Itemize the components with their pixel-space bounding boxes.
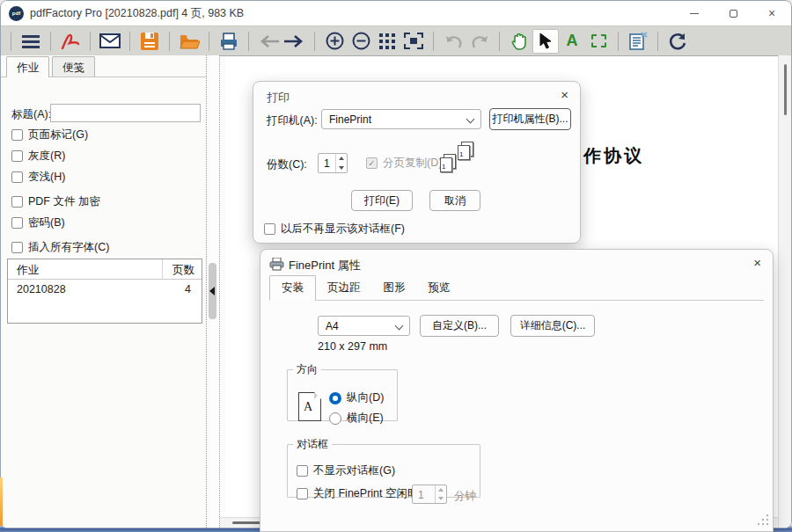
- radio-selected-icon: [329, 392, 341, 404]
- title-field-label: 标题(A):: [11, 107, 51, 122]
- collate-page-front: 1: [440, 157, 452, 172]
- down-arrow-icon: [339, 166, 344, 170]
- down-arrow-icon: [438, 497, 444, 500]
- toolbar-separator: [50, 32, 51, 51]
- hand-tool-button[interactable]: [506, 29, 532, 54]
- column-header-pages[interactable]: 页数: [172, 263, 194, 278]
- portrait-radio[interactable]: 纵向(D): [329, 390, 384, 405]
- checkbox-pdf-encrypt[interactable]: PDF 文件 加密: [11, 194, 100, 209]
- checkbox-icon: [297, 488, 308, 499]
- checkbox-icon: [11, 242, 23, 253]
- zoom-out-button[interactable]: [348, 29, 374, 54]
- checkbox-page-marks[interactable]: 页面标记(G): [11, 128, 88, 142]
- redo-icon: [471, 34, 489, 48]
- checkbox-label: PDF 文件 加密: [28, 194, 100, 209]
- tab-setup[interactable]: 安装: [269, 275, 316, 301]
- vertical-scrollbar[interactable]: [778, 55, 791, 528]
- save-button[interactable]: [136, 29, 163, 54]
- print-button-toolbar[interactable]: [216, 29, 242, 54]
- suppress-dialog-checkbox[interactable]: 以后不再显示该对话框(F): [264, 222, 405, 237]
- toolbar-separator: [618, 32, 619, 51]
- tab-preview[interactable]: 预览: [417, 276, 462, 300]
- job-list-header: 作业 页数: [8, 259, 202, 280]
- resize-grip[interactable]: [758, 514, 768, 525]
- cancel-button[interactable]: 取消: [429, 190, 480, 211]
- maximize-button[interactable]: [714, 1, 752, 26]
- minimize-button[interactable]: [675, 1, 714, 26]
- zoom-in-button[interactable]: [321, 29, 348, 54]
- notes-button[interactable]: [625, 29, 651, 54]
- stepper-buttons: [435, 485, 446, 503]
- checkbox-icon: [297, 465, 308, 477]
- open-button[interactable]: [176, 29, 202, 54]
- checkbox-label: 插入所有字体(C): [28, 240, 109, 255]
- job-list-row[interactable]: 20210828 4: [8, 280, 202, 299]
- toolbar-separator: [657, 32, 658, 51]
- checkbox-password[interactable]: 密码(B): [11, 215, 65, 230]
- stepper-down-button: [436, 494, 446, 503]
- vertical-scrollbar-thumb[interactable]: [784, 64, 787, 115]
- paper-size-select[interactable]: A4: [318, 316, 410, 336]
- undo-button[interactable]: [440, 29, 466, 54]
- thumbnails-button[interactable]: [374, 29, 400, 54]
- orientation-group-label: 方向: [293, 362, 321, 377]
- open-folder-icon: [180, 33, 200, 49]
- column-divider: [162, 259, 163, 280]
- printer-select[interactable]: FinePrint: [321, 109, 481, 129]
- checkbox-label: 变浅(H): [28, 170, 65, 185]
- custom-paper-button[interactable]: 自定义(B)...: [420, 315, 499, 337]
- close-icon: ×: [768, 7, 775, 19]
- toolbar-separator: [314, 32, 315, 51]
- select-region-button[interactable]: [585, 29, 612, 54]
- tab-notes[interactable]: 便笺: [52, 56, 95, 77]
- fit-page-button[interactable]: [400, 29, 427, 54]
- landscape-label: 横向(E): [347, 411, 384, 426]
- tab-jobs[interactable]: 作业: [6, 56, 49, 77]
- splitter-handle[interactable]: [209, 263, 216, 319]
- select-tool-button[interactable]: [532, 29, 559, 54]
- fineprint-properties-dialog: FinePrint 属性 × 安装 页边距 图形 预览 A4 自定义(B)...…: [260, 249, 774, 532]
- tab-graphics[interactable]: 图形: [372, 276, 417, 300]
- copies-value: 1: [324, 157, 330, 170]
- stepper-down-button[interactable]: [336, 164, 347, 173]
- text-tool-button[interactable]: A: [559, 29, 585, 54]
- back-button[interactable]: [255, 29, 282, 54]
- zoom-out-icon: [352, 32, 370, 50]
- tab-margins[interactable]: 页边距: [316, 276, 372, 300]
- print-confirm-button[interactable]: 打印(E): [351, 190, 413, 211]
- acrobat-button[interactable]: [57, 29, 84, 54]
- checkbox-lighten[interactable]: 变浅(H): [11, 170, 65, 185]
- landscape-radio[interactable]: 横向(E): [329, 411, 384, 426]
- paper-dimensions: 210 x 297 mm: [318, 340, 387, 353]
- radio-unselected-icon: [329, 412, 341, 425]
- text-tool-icon: A: [567, 32, 578, 50]
- no-dialog-checkbox[interactable]: 不显示对话框(G): [297, 463, 395, 478]
- collapse-arrow-icon: [209, 287, 215, 295]
- menu-button[interactable]: [18, 29, 44, 54]
- redo-button[interactable]: [466, 29, 493, 54]
- hand-icon: [511, 33, 527, 50]
- close-idle-checkbox[interactable]: 关闭 FinePrint 空闲时: [297, 486, 418, 501]
- stepper-up-button[interactable]: [336, 154, 347, 164]
- details-button[interactable]: 详细信息(C)...: [510, 315, 595, 337]
- titlebar: pdf pdfFactory Pro [20210828.pdf] 4 页, 9…: [1, 1, 791, 26]
- close-button[interactable]: ×: [752, 1, 791, 26]
- forward-button[interactable]: [282, 29, 308, 54]
- portrait-label: 纵向(D): [347, 390, 384, 405]
- checkbox-label: 页面标记(G): [28, 128, 88, 142]
- printer-properties-button[interactable]: 打印机属性(B)...: [489, 108, 571, 130]
- copies-stepper[interactable]: 1: [318, 153, 348, 173]
- checkbox-grayscale[interactable]: 灰度(R): [11, 149, 65, 164]
- print-dialog-close-button[interactable]: ×: [561, 87, 568, 102]
- chevron-down-icon: [395, 322, 404, 331]
- email-button[interactable]: [97, 29, 123, 54]
- panel-splitter[interactable]: [206, 55, 220, 528]
- column-header-job[interactable]: 作业: [17, 263, 39, 278]
- print-dialog: 打印 × 打印机(A): FinePrint 打印机属性(B)... 份数(C)…: [253, 81, 581, 244]
- title-input[interactable]: [50, 104, 201, 122]
- refresh-button[interactable]: [664, 29, 691, 54]
- idle-minutes-value: 1: [418, 489, 424, 501]
- fineprint-dialog-close-button[interactable]: ×: [753, 255, 761, 270]
- checkbox-embed-fonts[interactable]: 插入所有字体(C): [11, 240, 109, 255]
- printer-select-value: FinePrint: [329, 113, 371, 126]
